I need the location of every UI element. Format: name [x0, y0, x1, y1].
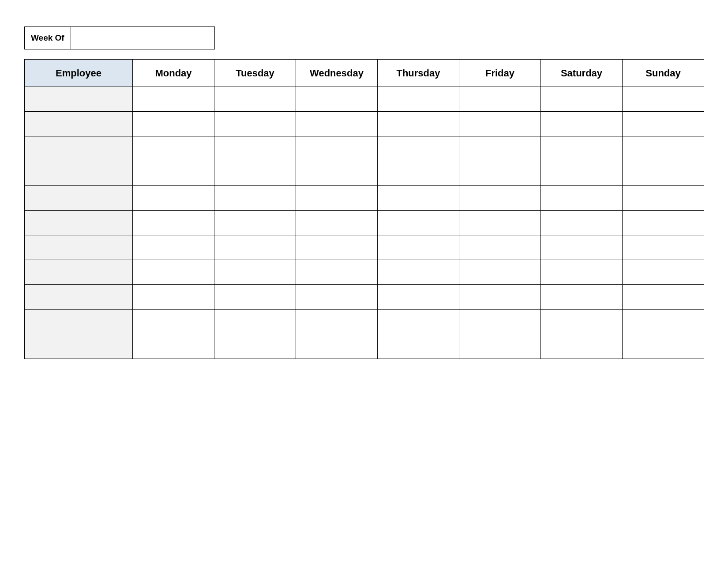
cell-day[interactable]	[378, 186, 459, 211]
table-row	[25, 285, 704, 310]
table-row	[25, 161, 704, 186]
cell-day[interactable]	[296, 186, 378, 211]
cell-day[interactable]	[541, 136, 623, 161]
cell-day[interactable]	[214, 211, 296, 235]
table-row	[25, 235, 704, 260]
cell-day[interactable]	[296, 310, 378, 334]
cell-day[interactable]	[459, 260, 541, 285]
cell-day[interactable]	[296, 285, 378, 310]
cell-day[interactable]	[296, 87, 378, 112]
cell-day[interactable]	[296, 112, 378, 136]
cell-day[interactable]	[378, 310, 459, 334]
cell-day[interactable]	[214, 235, 296, 260]
cell-day[interactable]	[459, 310, 541, 334]
cell-day[interactable]	[459, 87, 541, 112]
cell-employee[interactable]	[25, 112, 133, 136]
cell-day[interactable]	[378, 334, 459, 359]
cell-day[interactable]	[541, 161, 623, 186]
cell-day[interactable]	[541, 211, 623, 235]
cell-day[interactable]	[541, 186, 623, 211]
cell-day[interactable]	[133, 87, 214, 112]
cell-day[interactable]	[459, 235, 541, 260]
cell-day[interactable]	[133, 285, 214, 310]
cell-employee[interactable]	[25, 285, 133, 310]
cell-day[interactable]	[378, 285, 459, 310]
cell-day[interactable]	[378, 112, 459, 136]
cell-day[interactable]	[623, 112, 704, 136]
cell-day[interactable]	[623, 136, 704, 161]
cell-day[interactable]	[214, 112, 296, 136]
cell-day[interactable]	[214, 87, 296, 112]
cell-day[interactable]	[133, 112, 214, 136]
cell-day[interactable]	[378, 136, 459, 161]
cell-day[interactable]	[296, 235, 378, 260]
cell-day[interactable]	[214, 260, 296, 285]
table-row	[25, 211, 704, 235]
cell-day[interactable]	[214, 186, 296, 211]
cell-day[interactable]	[541, 260, 623, 285]
cell-employee[interactable]	[25, 235, 133, 260]
cell-day[interactable]	[214, 334, 296, 359]
week-of-value[interactable]	[71, 27, 214, 49]
cell-day[interactable]	[541, 235, 623, 260]
cell-day[interactable]	[296, 334, 378, 359]
cell-day[interactable]	[214, 136, 296, 161]
cell-day[interactable]	[214, 285, 296, 310]
cell-day[interactable]	[623, 186, 704, 211]
cell-employee[interactable]	[25, 211, 133, 235]
cell-day[interactable]	[623, 211, 704, 235]
cell-day[interactable]	[459, 285, 541, 310]
col-header-saturday: Saturday	[541, 60, 623, 87]
cell-day[interactable]	[214, 161, 296, 186]
cell-day[interactable]	[378, 235, 459, 260]
col-header-sunday: Sunday	[623, 60, 704, 87]
cell-day[interactable]	[459, 112, 541, 136]
cell-day[interactable]	[623, 334, 704, 359]
cell-day[interactable]	[133, 136, 214, 161]
cell-day[interactable]	[541, 87, 623, 112]
cell-day[interactable]	[133, 161, 214, 186]
cell-day[interactable]	[378, 260, 459, 285]
col-header-tuesday: Tuesday	[214, 60, 296, 87]
cell-employee[interactable]	[25, 161, 133, 186]
cell-day[interactable]	[133, 186, 214, 211]
cell-day[interactable]	[214, 310, 296, 334]
cell-day[interactable]	[623, 87, 704, 112]
cell-day[interactable]	[541, 310, 623, 334]
cell-day[interactable]	[623, 260, 704, 285]
cell-employee[interactable]	[25, 186, 133, 211]
cell-employee[interactable]	[25, 334, 133, 359]
table-row	[25, 334, 704, 359]
cell-employee[interactable]	[25, 136, 133, 161]
cell-day[interactable]	[296, 260, 378, 285]
cell-day[interactable]	[541, 334, 623, 359]
cell-day[interactable]	[623, 161, 704, 186]
cell-day[interactable]	[541, 112, 623, 136]
cell-day[interactable]	[623, 235, 704, 260]
cell-day[interactable]	[378, 211, 459, 235]
cell-employee[interactable]	[25, 260, 133, 285]
cell-day[interactable]	[133, 211, 214, 235]
cell-day[interactable]	[378, 161, 459, 186]
cell-day[interactable]	[133, 310, 214, 334]
cell-day[interactable]	[296, 161, 378, 186]
cell-day[interactable]	[459, 161, 541, 186]
col-header-friday: Friday	[459, 60, 541, 87]
cell-day[interactable]	[459, 136, 541, 161]
cell-day[interactable]	[296, 136, 378, 161]
cell-day[interactable]	[459, 186, 541, 211]
cell-employee[interactable]	[25, 310, 133, 334]
cell-day[interactable]	[623, 285, 704, 310]
cell-day[interactable]	[623, 310, 704, 334]
cell-day[interactable]	[459, 334, 541, 359]
cell-day[interactable]	[541, 285, 623, 310]
cell-day[interactable]	[133, 235, 214, 260]
cell-day[interactable]	[133, 260, 214, 285]
cell-day[interactable]	[133, 334, 214, 359]
col-header-employee: Employee	[25, 60, 133, 87]
table-header-row: Employee Monday Tuesday Wednesday Thursd…	[25, 60, 704, 87]
cell-day[interactable]	[378, 87, 459, 112]
cell-day[interactable]	[459, 211, 541, 235]
cell-day[interactable]	[296, 211, 378, 235]
cell-employee[interactable]	[25, 87, 133, 112]
